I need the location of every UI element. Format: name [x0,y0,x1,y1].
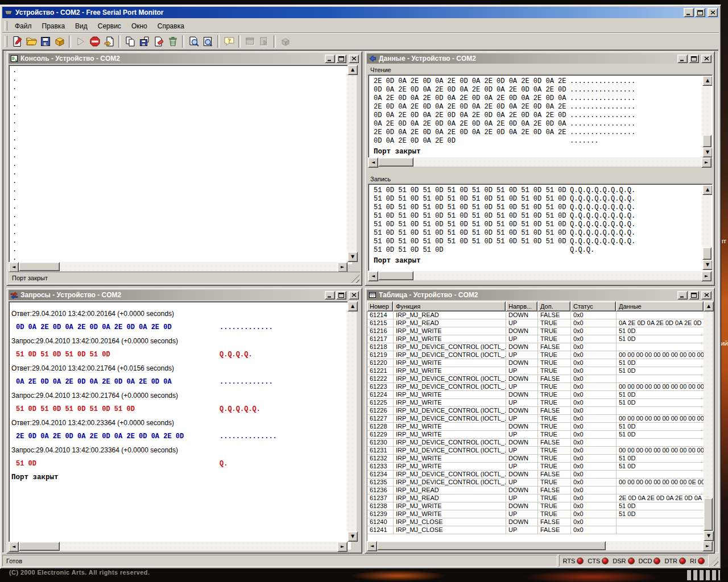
write-vertical-scrollbar[interactable]: ▲▼ [702,185,712,270]
toolbar-export-box-button[interactable] [52,35,67,49]
scrollbar-track[interactable] [378,157,701,167]
menu-item-5[interactable]: Окно [126,20,152,32]
close-button[interactable] [708,8,718,17]
minimize-button[interactable] [677,55,688,63]
table-row[interactable]: 61218IRP_MJ_DEVICE_CONTROL (IOCTL_...DOW… [367,343,704,351]
table-row[interactable]: 61227IRP_MJ_DEVICE_CONTROL (IOCTL_...UPT… [367,415,704,423]
scroll-right-button[interactable]: ► [701,271,712,281]
scrollbar-track[interactable] [378,271,701,280]
scrollbar-thumb[interactable] [702,135,712,147]
menu-item-4[interactable]: Сервис [93,20,126,32]
minimize-button[interactable] [325,291,335,300]
maximize-button[interactable] [689,291,699,300]
table-row[interactable]: 61231IRP_MJ_DEVICE_CONTROL (IOCTL_...UPT… [367,447,704,455]
console-vertical-scrollbar[interactable]: ▲▼ [348,65,357,262]
menu-item-3[interactable]: Вид [70,20,93,32]
table-row[interactable]: 61221IRP_MJ_WRITEUPTRUE0x051 0D [367,367,704,375]
scrollbar-track[interactable] [377,541,702,550]
scrollbar-track[interactable] [348,75,357,252]
scroll-up-button[interactable]: ▲ [704,301,714,311]
menu-item-1[interactable]: Файл [10,20,37,32]
table-row[interactable]: 61236IRP_MJ_READDOWNFALSE0x0 [367,487,704,494]
scroll-up-button[interactable]: ▲ [702,185,713,195]
menu-item-6[interactable]: Справка [152,20,189,32]
scrollbar-track[interactable] [702,86,712,147]
maximize-button[interactable] [336,55,346,63]
toolbar-save-all-button[interactable] [137,35,151,49]
menubar-grip[interactable] [5,21,7,30]
table-horizontal-scrollbar[interactable]: ◄► [367,541,713,550]
toolbar-save-button[interactable] [38,35,52,49]
table-row[interactable]: 61216IRP_MJ_WRITEDOWNTRUE0x051 0D [367,327,704,335]
minimize-button[interactable] [325,55,335,63]
scrollbar-thumb[interactable] [378,157,413,167]
scrollbar-thumb[interactable] [702,247,712,260]
column-header[interactable]: Статус [570,301,616,311]
read-horizontal-scrollbar[interactable]: ◄► [368,157,712,167]
column-header[interactable]: Доп. [537,301,570,311]
table-row[interactable]: 61228IRP_MJ_WRITEDOWNTRUE0x051 0D [367,423,704,431]
scrollbar-thumb[interactable] [19,262,60,271]
table-row[interactable]: 61240IRP_MJ_CLOSEDOWNFALSE0x0 [367,518,704,526]
table-row[interactable]: 61230IRP_MJ_DEVICE_CONTROL (IOCTL_...DOW… [367,439,704,447]
scrollbar-track[interactable] [348,311,357,531]
toolbar-grip[interactable] [5,36,7,47]
table-row[interactable]: 61241IRP_MJ_CLOSEUPFALSE0x0 [367,526,704,534]
toolbar-window-table-button[interactable] [278,35,292,49]
toolbar-find-button[interactable] [187,35,201,49]
close-button[interactable] [701,291,712,300]
scroll-down-button[interactable]: ▼ [348,531,358,542]
scrollbar-track[interactable] [19,262,337,271]
table-row[interactable]: 61214IRP_MJ_READDOWNFALSE0x0 [367,311,704,319]
table-row[interactable]: 61239IRP_MJ_WRITEUPTRUE0x051 0D [367,510,704,518]
scroll-up-button[interactable]: ▲ [348,65,358,75]
table-row[interactable]: 61233IRP_MJ_WRITEUPTRUE0x051 0D [367,463,704,471]
maximize-button[interactable] [336,291,346,300]
column-header[interactable]: Данные [616,301,704,311]
maximize-button[interactable] [689,55,699,63]
requests-titlebar[interactable]: Запросы - Устройство - COM2 [9,290,360,300]
scrollbar-track[interactable] [704,311,713,531]
scroll-left-button[interactable]: ◄ [368,157,378,168]
column-header[interactable]: Номер [367,301,393,311]
scroll-left-button[interactable]: ◄ [368,271,378,281]
scrollbar-thumb[interactable] [377,541,606,550]
toolbar-play-button[interactable] [73,35,88,49]
toolbar-window-data-button[interactable] [257,35,271,49]
minimize-button[interactable] [684,8,694,17]
requests-vertical-scrollbar[interactable]: ▲▼ [348,301,357,542]
data-titlebar[interactable]: Данные - Устройство - COM2 [367,53,713,64]
table-row[interactable]: 61234IRP_MJ_DEVICE_CONTROL (IOCTL_...DOW… [367,471,704,479]
table-row[interactable]: 61223IRP_MJ_DEVICE_CONTROL (IOCTL_...UPT… [367,383,704,391]
table-row[interactable]: 61232IRP_MJ_WRITEDOWNTRUE0x051 0D [367,455,704,463]
toolbar-copy-button[interactable] [123,35,137,49]
table-row[interactable]: 61229IRP_MJ_WRITEUPTRUE0x051 0D [367,431,704,439]
toolbar-clear-button[interactable] [151,35,166,49]
read-vertical-scrollbar[interactable]: ▲▼ [702,76,712,157]
table-row[interactable]: 61226IRP_MJ_DEVICE_CONTROL (IOCTL_...DOW… [367,407,704,415]
scroll-left-button[interactable]: ◄ [9,542,19,552]
maximize-button[interactable] [695,8,705,17]
toolbar-stop-button[interactable] [88,35,102,49]
toolbar-delete-button[interactable] [166,35,180,49]
table-row[interactable]: 61219IRP_MJ_DEVICE_CONTROL (IOCTL_...UPT… [367,351,704,359]
table-row[interactable]: 61224IRP_MJ_WRITEDOWNTRUE0x051 0D [367,391,704,399]
console-horizontal-scrollbar[interactable]: ◄► [9,262,348,271]
table-vertical-scrollbar[interactable]: ▲▼ [704,301,713,541]
scrollbar-thumb[interactable] [704,498,713,531]
toolbar-help-button[interactable]: ? [222,35,236,49]
table-row[interactable]: 61225IRP_MJ_WRITEUPTRUE0x051 0D [367,399,704,407]
column-header[interactable]: Функция [393,301,506,311]
write-horizontal-scrollbar[interactable]: ◄► [368,271,712,280]
scroll-up-button[interactable]: ▲ [348,301,358,311]
scroll-down-button[interactable]: ▼ [702,147,713,157]
resize-grip[interactable] [709,557,718,566]
console-titlebar[interactable]: Консоль - Устройство - COM2 [9,53,360,64]
scrollbar-thumb[interactable] [19,542,60,551]
scroll-right-button[interactable]: ► [702,541,713,551]
scroll-right-button[interactable]: ► [337,542,348,552]
column-header[interactable]: Напрв... [506,301,537,311]
scroll-down-button[interactable]: ▼ [702,260,713,270]
table-row[interactable]: 61222IRP_MJ_DEVICE_CONTROL (IOCTL_...DOW… [367,375,704,383]
scroll-right-button[interactable]: ► [337,262,348,272]
